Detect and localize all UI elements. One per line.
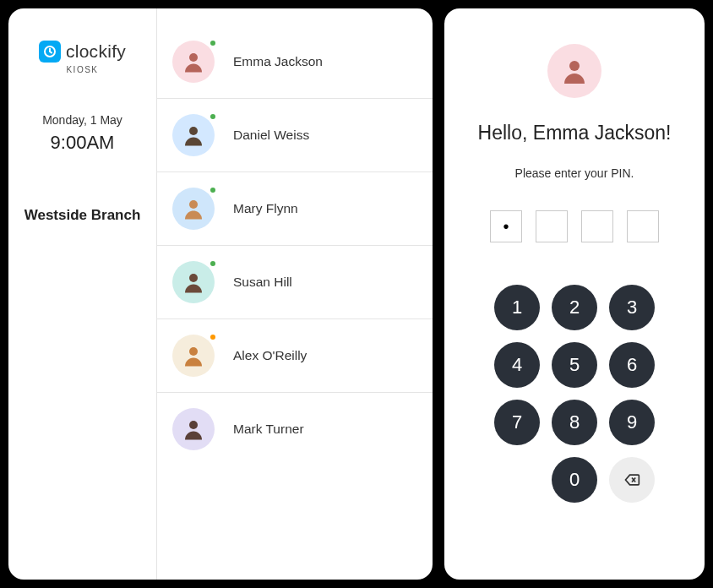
kiosk-panel: clockify KIOSK Monday, 1 May 9:00AM West…	[8, 8, 433, 580]
employee-name: Daniel Weiss	[233, 128, 309, 143]
keypad-key-6[interactable]: 6	[609, 342, 655, 388]
svg-point-3	[189, 200, 198, 209]
logo-text: clockify	[66, 41, 126, 62]
keypad-backspace[interactable]	[609, 457, 655, 503]
pin-prompt: Please enter your PIN.	[515, 166, 634, 180]
avatar-image	[172, 114, 215, 156]
avatar-image	[172, 335, 215, 377]
svg-point-5	[189, 347, 198, 356]
keypad-key-7[interactable]: 7	[494, 400, 540, 445]
avatar-image	[172, 188, 215, 230]
employee-row[interactable]: Daniel Weiss	[157, 99, 433, 172]
keypad-key-4[interactable]: 4	[494, 342, 540, 388]
pin-input: •	[490, 210, 659, 242]
kiosk-label: KIOSK	[66, 65, 98, 74]
avatar	[172, 408, 215, 450]
status-dot-icon	[209, 259, 217, 268]
avatar	[172, 41, 215, 83]
keypad-key-5[interactable]: 5	[552, 342, 597, 388]
employee-row[interactable]: Alex O'Reilly	[157, 319, 433, 393]
svg-point-6	[189, 421, 198, 429]
clockify-icon	[39, 41, 61, 63]
keypad-key-3[interactable]: 3	[609, 285, 655, 330]
svg-point-7	[569, 61, 580, 71]
pin-digit[interactable]	[581, 210, 613, 242]
employee-row[interactable]: Mark Turner	[157, 393, 433, 466]
keypad-key-0[interactable]: 0	[552, 457, 597, 503]
employee-row[interactable]: Mary Flynn	[157, 172, 433, 246]
employee-name: Mark Turner	[233, 422, 304, 437]
avatar	[172, 335, 215, 377]
keypad-key-8[interactable]: 8	[552, 400, 597, 445]
keypad-key-1[interactable]: 1	[494, 285, 540, 330]
employee-name: Alex O'Reilly	[233, 348, 307, 363]
avatar-image	[172, 261, 215, 303]
selected-avatar	[547, 44, 601, 98]
app-logo: clockify	[39, 41, 126, 63]
keypad: 1234567890	[494, 285, 655, 503]
employee-name: Emma Jackson	[233, 54, 323, 69]
pin-digit[interactable]: •	[490, 210, 522, 242]
status-dot-icon	[209, 333, 217, 341]
greeting-text: Hello, Emma Jackson!	[478, 122, 672, 144]
status-dot-icon	[209, 39, 217, 47]
employee-list: Emma JacksonDaniel WeissMary FlynnSusan …	[157, 8, 433, 580]
sidebar: clockify KIOSK Monday, 1 May 9:00AM West…	[8, 8, 157, 580]
backspace-icon	[621, 471, 643, 488]
keypad-key-2[interactable]: 2	[552, 285, 597, 330]
svg-point-2	[189, 127, 198, 135]
branch-name: Westside Branch	[24, 206, 141, 226]
status-dot-icon	[209, 186, 217, 194]
svg-point-1	[189, 53, 198, 62]
svg-point-4	[189, 274, 198, 282]
current-time: 9:00AM	[51, 132, 115, 154]
avatar	[172, 188, 215, 230]
pin-panel: Hello, Emma Jackson! Please enter your P…	[444, 8, 705, 580]
pin-digit[interactable]	[536, 210, 568, 242]
employee-row[interactable]: Susan Hill	[157, 246, 433, 319]
current-date: Monday, 1 May	[42, 113, 122, 127]
employee-row[interactable]: Emma Jackson	[157, 25, 433, 99]
avatar	[172, 114, 215, 156]
avatar	[172, 261, 215, 303]
pin-digit[interactable]	[627, 210, 659, 242]
avatar-image	[172, 408, 215, 450]
employee-name: Susan Hill	[233, 275, 292, 290]
keypad-key-9[interactable]: 9	[609, 400, 655, 445]
status-dot-icon	[209, 112, 217, 121]
employee-name: Mary Flynn	[233, 201, 298, 216]
avatar-image	[172, 41, 215, 83]
